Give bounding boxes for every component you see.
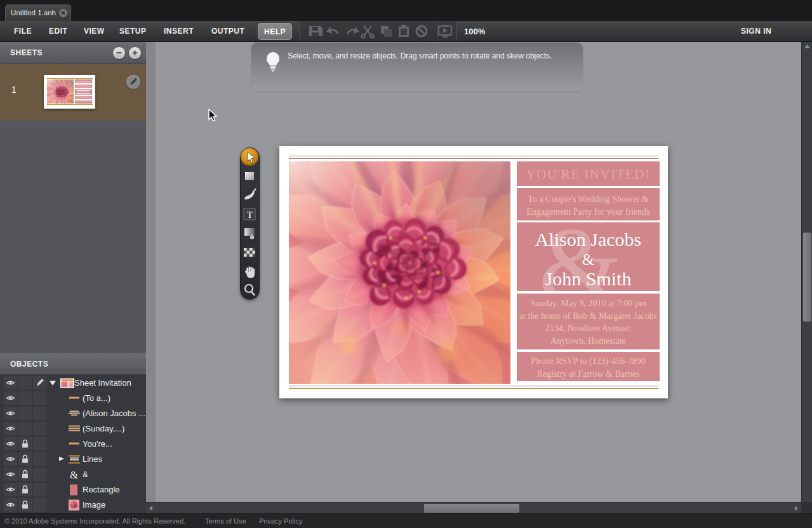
svg-text:&: & bbox=[70, 469, 78, 481]
svg-text:T: T bbox=[247, 210, 253, 220]
